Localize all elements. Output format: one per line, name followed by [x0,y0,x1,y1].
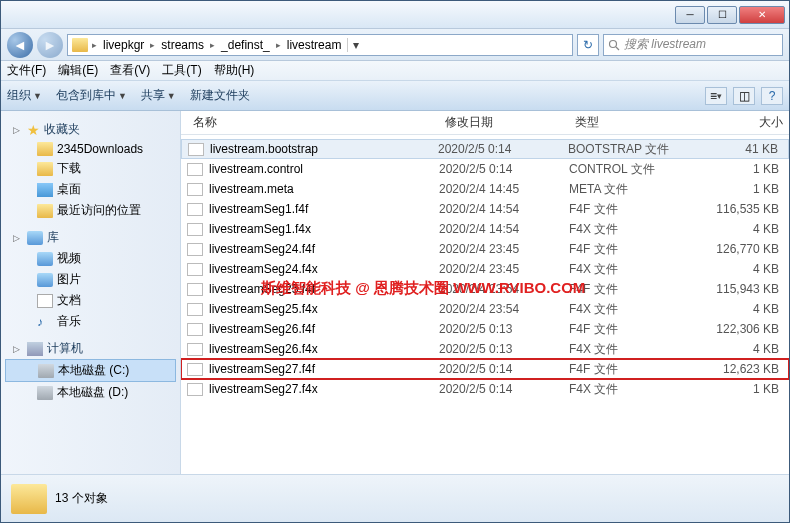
menu-help[interactable]: 帮助(H) [214,62,255,79]
file-list[interactable]: livestream.bootstrap2020/2/5 0:14BOOTSTR… [181,135,789,474]
file-name: livestreamSeg25.f4f [209,282,439,296]
sidebar-item[interactable]: 视频 [5,248,176,269]
new-folder-button[interactable]: 新建文件夹 [190,87,250,104]
status-count: 13 个对象 [55,490,108,507]
file-type: META 文件 [569,181,699,198]
folder-icon [72,38,88,52]
file-name: livestreamSeg27.f4x [209,382,439,396]
menu-view[interactable]: 查看(V) [110,62,150,79]
chevron-icon[interactable]: ▸ [150,40,155,50]
file-date: 2020/2/4 14:54 [439,202,569,216]
titlebar[interactable]: ─ ☐ ✕ [1,1,789,29]
sidebar-item[interactable]: 最近访问的位置 [5,200,176,221]
refresh-button[interactable]: ↻ [577,34,599,56]
libraries-group[interactable]: ▷库 [5,227,176,248]
file-row[interactable]: livestream.control2020/2/5 0:14CONTROL 文… [181,159,789,179]
file-row[interactable]: livestreamSeg25.f4x2020/2/4 23:54F4X 文件4… [181,299,789,319]
file-row[interactable]: livestreamSeg25.f4f2020/2/4 23:54F4F 文件1… [181,279,789,299]
pictures-icon [37,273,53,287]
file-name: livestreamSeg26.f4f [209,322,439,336]
include-library-button[interactable]: 包含到库中▼ [56,87,127,104]
sidebar-item[interactable]: 本地磁盘 (C:) [5,359,176,382]
menu-file[interactable]: 文件(F) [7,62,46,79]
video-icon [37,252,53,266]
file-size: 1 KB [699,162,789,176]
file-size: 4 KB [699,222,789,236]
file-size: 4 KB [699,262,789,276]
documents-icon [37,294,53,308]
file-row[interactable]: livestreamSeg1.f4f2020/2/4 14:54F4F 文件11… [181,199,789,219]
column-headers: 名称 修改日期 类型 大小 [181,111,789,135]
view-options-button[interactable]: ≡▾ [705,87,727,105]
breadcrumb-segment[interactable]: livepkgr [101,38,146,52]
file-date: 2020/2/5 0:13 [439,342,569,356]
col-type[interactable]: 类型 [569,114,699,131]
computer-group[interactable]: ▷计算机 [5,338,176,359]
file-name: livestreamSeg1.f4x [209,222,439,236]
nav-sidebar[interactable]: ▷★收藏夹 2345Downloads 下载 桌面 最近访问的位置 ▷库 视频 … [1,111,181,474]
address-dropdown[interactable]: ▾ [347,38,363,52]
close-button[interactable]: ✕ [739,6,785,24]
star-icon: ★ [27,122,40,138]
file-size: 116,535 KB [699,202,789,216]
preview-pane-button[interactable]: ◫ [733,87,755,105]
file-date: 2020/2/4 23:45 [439,262,569,276]
menubar: 文件(F) 编辑(E) 查看(V) 工具(T) 帮助(H) [1,61,789,81]
sidebar-item[interactable]: 2345Downloads [5,140,176,158]
file-type: F4X 文件 [569,301,699,318]
back-button[interactable]: ◄ [7,32,33,58]
file-row[interactable]: livestreamSeg27.f4x2020/2/5 0:14F4X 文件1 … [181,379,789,399]
sidebar-item[interactable]: 桌面 [5,179,176,200]
svg-point-0 [610,40,617,47]
file-row[interactable]: livestreamSeg24.f4f2020/2/4 23:45F4F 文件1… [181,239,789,259]
col-date[interactable]: 修改日期 [439,114,569,131]
forward-button[interactable]: ► [37,32,63,58]
breadcrumb-segment[interactable]: streams [159,38,206,52]
sidebar-item[interactable]: ♪音乐 [5,311,176,332]
help-button[interactable]: ? [761,87,783,105]
file-row[interactable]: livestreamSeg26.f4x2020/2/5 0:13F4X 文件4 … [181,339,789,359]
sidebar-item[interactable]: 图片 [5,269,176,290]
explorer-window: ─ ☐ ✕ ◄ ► ▸ livepkgr ▸ streams ▸ _defins… [0,0,790,523]
file-date: 2020/2/5 0:14 [439,382,569,396]
file-type: CONTROL 文件 [569,161,699,178]
search-input[interactable]: 搜索 livestream [603,34,783,56]
file-type: F4F 文件 [569,321,699,338]
file-date: 2020/2/4 14:54 [439,222,569,236]
address-bar[interactable]: ▸ livepkgr ▸ streams ▸ _definst_ ▸ lives… [67,34,573,56]
file-row[interactable]: livestreamSeg1.f4x2020/2/4 14:54F4X 文件4 … [181,219,789,239]
file-type: F4X 文件 [569,261,699,278]
share-button[interactable]: 共享▼ [141,87,176,104]
file-row[interactable]: livestream.meta2020/2/4 14:45META 文件1 KB [181,179,789,199]
chevron-icon[interactable]: ▸ [92,40,97,50]
file-name: livestream.bootstrap [210,142,438,156]
sidebar-item[interactable]: 本地磁盘 (D:) [5,382,176,403]
favorites-group[interactable]: ▷★收藏夹 [5,119,176,140]
sidebar-item[interactable]: 下载 [5,158,176,179]
col-size[interactable]: 大小 [699,114,789,131]
file-name: livestreamSeg27.f4f [209,362,439,376]
file-size: 1 KB [699,182,789,196]
file-row[interactable]: livestreamSeg26.f4f2020/2/5 0:13F4F 文件12… [181,319,789,339]
file-row[interactable]: livestreamSeg27.f4f2020/2/5 0:14F4F 文件12… [181,359,789,379]
file-date: 2020/2/5 0:14 [438,142,568,156]
file-type: F4X 文件 [569,221,699,238]
sidebar-item[interactable]: 文档 [5,290,176,311]
file-type: BOOTSTRAP 文件 [568,141,698,158]
chevron-icon[interactable]: ▸ [210,40,215,50]
breadcrumb-segment[interactable]: livestream [285,38,344,52]
minimize-button[interactable]: ─ [675,6,705,24]
file-row[interactable]: livestream.bootstrap2020/2/5 0:14BOOTSTR… [181,139,789,159]
file-pane: 名称 修改日期 类型 大小 livestream.bootstrap2020/2… [181,111,789,474]
file-name: livestreamSeg25.f4x [209,302,439,316]
chevron-icon[interactable]: ▸ [276,40,281,50]
file-row[interactable]: livestreamSeg24.f4x2020/2/4 23:45F4X 文件4… [181,259,789,279]
maximize-button[interactable]: ☐ [707,6,737,24]
file-name: livestream.control [209,162,439,176]
breadcrumb-segment[interactable]: _definst_ [219,38,272,52]
menu-edit[interactable]: 编辑(E) [58,62,98,79]
organize-button[interactable]: 组织▼ [7,87,42,104]
menu-tools[interactable]: 工具(T) [162,62,201,79]
command-bar: 组织▼ 包含到库中▼ 共享▼ 新建文件夹 ≡▾ ◫ ? [1,81,789,111]
col-name[interactable]: 名称 [187,114,439,131]
